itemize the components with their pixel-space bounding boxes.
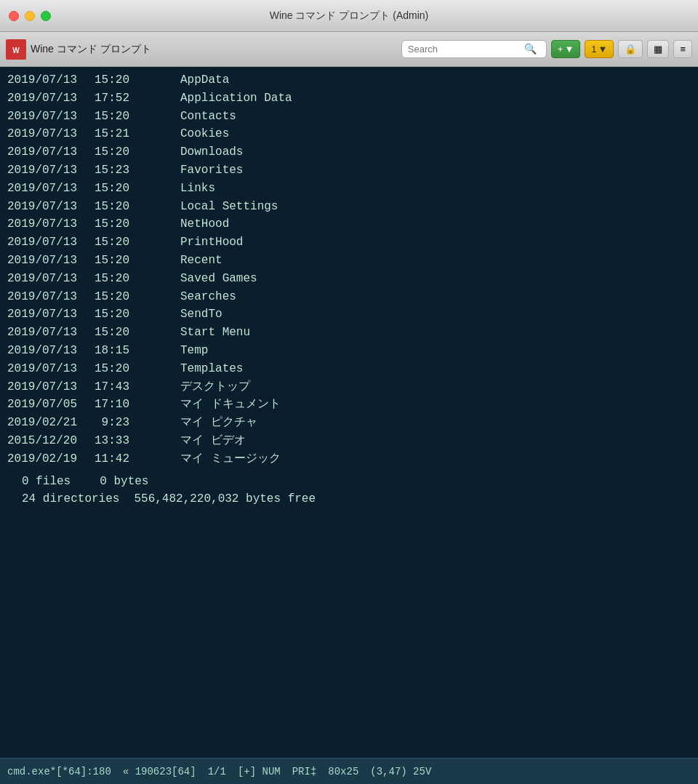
date-cell: 2019/07/13	[7, 198, 95, 216]
table-row: 2019/07/13 15:20 Local Settings	[7, 198, 691, 216]
type-cell: SendTo	[145, 305, 196, 324]
type-cell: デスクトップ	[145, 378, 196, 396]
type-cell: NetHood	[145, 215, 196, 233]
date-cell: 2019/07/13	[7, 71, 95, 89]
time-cell: 15:20	[95, 198, 145, 216]
type-cell: Templates	[145, 360, 196, 378]
table-row: 2019/07/13 15:20 Downloads	[7, 143, 691, 161]
name-cell: Application Data	[180, 92, 292, 105]
time-cell: 15:20	[95, 108, 145, 126]
date-cell: 2019/07/13	[7, 89, 95, 108]
summary-row-2: 24 directories556,482,220,032 bytes free	[7, 490, 691, 508]
add-button[interactable]: + ▼	[551, 40, 580, 58]
bytes-count: 0 bytes	[100, 473, 148, 491]
type-cell: マイ ドキュメント	[145, 396, 196, 414]
type-cell: Downloads	[145, 143, 196, 161]
name-cell: マイ ピクチャ	[180, 416, 257, 429]
time-cell: 15:20	[95, 215, 145, 233]
date-cell: 2019/07/13	[7, 143, 95, 161]
lock-button[interactable]: 🔒	[618, 40, 643, 58]
summary-section: 0 files0 bytes24 directories556,482,220,…	[7, 473, 691, 509]
name-cell: Temp	[180, 344, 208, 357]
terminal-content: 2019/07/13 15:20 AppData2019/07/13 17:52…	[0, 67, 698, 758]
date-cell: 2019/07/13	[7, 378, 95, 396]
time-cell: 15:20	[95, 233, 145, 252]
num-button[interactable]: 1 ▼	[585, 40, 614, 58]
date-cell: 2019/07/13	[7, 161, 95, 180]
table-row: 2019/07/13 15:20 Saved Games	[7, 270, 691, 288]
time-cell: 15:20	[95, 270, 145, 288]
search-box[interactable]: 🔍	[401, 40, 547, 58]
type-cell: Saved Games	[145, 270, 196, 288]
name-cell: Downloads	[180, 145, 243, 159]
table-row: 2019/07/13 15:20 Templates	[7, 360, 691, 378]
name-cell: NetHood	[180, 217, 229, 231]
type-cell: Links	[145, 180, 196, 198]
status-size: 80x25	[328, 766, 358, 777]
date-cell: 2019/07/13	[7, 342, 95, 360]
table-row: 2019/07/13 17:52 Application Data	[7, 89, 691, 108]
name-cell: Start Menu	[180, 326, 250, 339]
date-cell: 2019/07/13	[7, 324, 95, 342]
files-count: 0 files	[22, 473, 71, 491]
status-insert: [+] NUM	[238, 766, 281, 777]
table-row: 2019/07/13 17:43 デスクトップ	[7, 378, 691, 396]
table-row: 2019/07/13 15:23 Favorites	[7, 161, 691, 180]
table-row: 2019/02/19 11:42 マイ ミュージック	[7, 450, 691, 468]
window-title: Wine コマンド プロンプト (Admin)	[270, 9, 429, 23]
table-row: 2019/07/13 15:20 Links	[7, 180, 691, 198]
date-cell: 2015/12/20	[7, 432, 95, 450]
time-cell: 15:20	[95, 305, 145, 324]
wine-icon: W	[6, 39, 26, 60]
time-cell: 13:33	[95, 432, 145, 450]
table-row: 2019/07/13 15:20 NetHood	[7, 215, 691, 233]
table-row: 2019/07/05 17:10 マイ ドキュメント	[7, 396, 691, 414]
search-input[interactable]	[408, 44, 524, 55]
maximize-button[interactable]	[41, 11, 51, 21]
toolbar-right: 🔍 + ▼ 1 ▼ 🔒 ▦ ≡	[401, 40, 692, 58]
time-cell: 18:15	[95, 342, 145, 360]
name-cell: AppData	[180, 73, 229, 87]
close-button[interactable]	[9, 11, 19, 21]
type-cell: Temp	[145, 342, 196, 360]
type-cell: Contacts	[145, 108, 196, 126]
table-row: 2019/02/21 9:23 マイ ピクチャ	[7, 414, 691, 432]
menu-button[interactable]: ≡	[673, 40, 692, 58]
status-position: 1/1	[208, 766, 226, 777]
name-cell: マイ ドキュメント	[180, 398, 281, 411]
name-cell: Templates	[180, 362, 243, 375]
type-cell: Searches	[145, 288, 196, 306]
table-row: 2019/07/13 15:20 Searches	[7, 288, 691, 306]
date-cell: 2019/07/13	[7, 270, 95, 288]
table-row: 2019/07/13 15:21 Cookies	[7, 125, 691, 143]
status-mode: PRI‡	[292, 766, 317, 777]
type-cell: マイ ミュージック	[145, 450, 196, 468]
name-cell: Cookies	[180, 127, 229, 140]
time-cell: 15:20	[95, 288, 145, 306]
search-icon: 🔍	[524, 43, 537, 55]
name-cell: Local Settings	[180, 200, 278, 213]
date-cell: 2019/07/13	[7, 125, 95, 143]
status-coords: (3,47) 25V	[370, 766, 431, 777]
time-cell: 17:52	[95, 89, 145, 108]
time-cell: 15:20	[95, 71, 145, 89]
date-cell: 2019/07/13	[7, 288, 95, 306]
table-row: 2019/07/13 18:15 Temp	[7, 342, 691, 360]
time-cell: 15:20	[95, 360, 145, 378]
time-cell: 15:20	[95, 324, 145, 342]
time-cell: 15:20	[95, 180, 145, 198]
time-cell: 11:42	[95, 450, 145, 468]
name-cell: Saved Games	[180, 272, 257, 285]
name-cell: Contacts	[180, 110, 236, 123]
date-cell: 2019/07/05	[7, 396, 95, 414]
toolbar: W Wine コマンド プロンプト 🔍 + ▼ 1 ▼ 🔒 ▦ ≡	[0, 32, 698, 67]
table-row: 2015/12/20 13:33 マイ ビデオ	[7, 432, 691, 450]
view-button[interactable]: ▦	[647, 40, 669, 58]
date-cell: 2019/07/13	[7, 252, 95, 270]
type-cell: Application Data	[145, 89, 196, 108]
name-cell: SendTo	[180, 308, 222, 321]
minimize-button[interactable]	[25, 11, 35, 21]
type-cell: Local Settings	[145, 198, 196, 216]
date-cell: 2019/02/19	[7, 450, 95, 468]
toolbar-left: W Wine コマンド プロンプト	[6, 39, 397, 60]
